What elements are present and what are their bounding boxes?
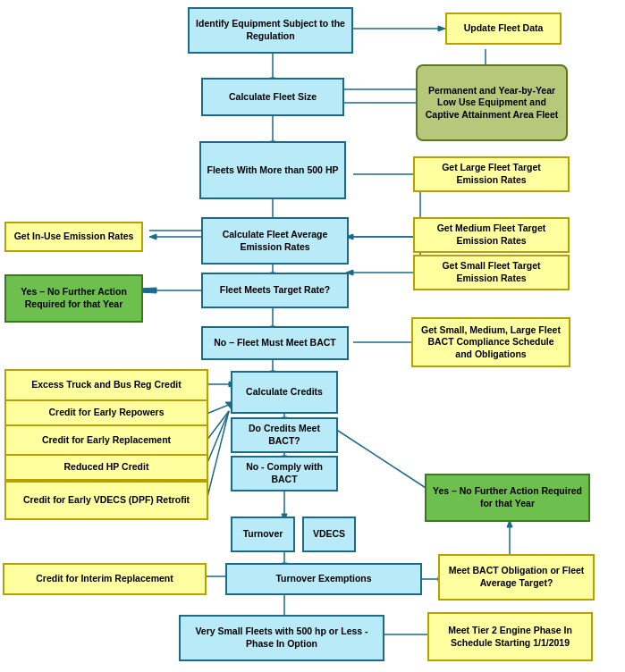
turnover-exempt-box: Turnover Exemptions xyxy=(225,563,422,595)
svg-marker-1 xyxy=(438,26,445,31)
yes-no-action2-box: Yes – No Further Action Required for tha… xyxy=(425,474,590,522)
svg-line-40 xyxy=(207,411,229,441)
interim-replace-box: Credit for Interim Replacement xyxy=(3,563,207,595)
in-use-box: Get In-Use Emission Rates xyxy=(4,222,143,252)
calc-credits-box: Calculate Credits xyxy=(231,371,338,414)
no-bact-box: No – Fleet Must Meet BACT xyxy=(201,326,349,360)
early-vdecs-box: Credit for Early VDECS (DPF) Retrofit xyxy=(4,481,208,520)
meets-target-box: Fleet Meets Target Rate? xyxy=(201,273,349,308)
svg-line-38 xyxy=(207,405,229,414)
do-credits-box: Do Credits Meet BACT? xyxy=(231,417,338,453)
small-med-large-box: Get Small, Medium, Large Fleet BACT Comp… xyxy=(411,317,570,367)
calc-fleet-size-box: Calculate Fleet Size xyxy=(201,78,344,116)
medium-target-box: Get Medium Fleet Target Emission Rates xyxy=(413,217,570,253)
update-fleet-box: Update Fleet Data xyxy=(445,13,562,45)
svg-marker-21 xyxy=(149,234,156,239)
calc-avg-box: Calculate Fleet Average Emission Rates xyxy=(201,217,349,265)
svg-line-49 xyxy=(335,429,438,496)
no-comply-box: No - Comply with BACT xyxy=(231,456,338,491)
early-replace-box: Credit for Early Replacement xyxy=(4,424,208,457)
svg-line-42 xyxy=(207,411,229,500)
small-target-box: Get Small Fleet Target Emission Rates xyxy=(413,255,570,290)
svg-line-41 xyxy=(207,411,229,465)
identify-box: Identify Equipment Subject to the Regula… xyxy=(188,7,353,54)
very-small-box: Very Small Fleets with 500 hp or Less - … xyxy=(179,615,384,661)
vdecs-box: VDECS xyxy=(302,517,356,552)
perm-low-use-box: Permanent and Year-by-Year Low Use Equip… xyxy=(416,64,568,141)
meet-bact-oblig-box: Meet BACT Obligation or Fleet Average Ta… xyxy=(438,554,595,601)
turnover-box: Turnover xyxy=(231,517,295,552)
flowchart: { "boxes": { "identify": "Identify Equip… xyxy=(0,0,625,672)
early-repowers-box: Credit for Early Repowers xyxy=(4,399,208,426)
fleets-500-box: Fleets With More than 500 HP xyxy=(199,141,346,199)
large-target-box: Get Large Fleet Target Emission Rates xyxy=(413,156,570,192)
yes-no-action1-box: Yes – No Further Action Required for tha… xyxy=(4,274,143,323)
reduced-hp-box: Reduced HP Credit xyxy=(4,454,208,481)
meet-tier2-box: Meet Tier 2 Engine Phase In Schedule Sta… xyxy=(427,612,593,661)
excess-truck-box: Excess Truck and Bus Reg Credit xyxy=(4,369,208,401)
